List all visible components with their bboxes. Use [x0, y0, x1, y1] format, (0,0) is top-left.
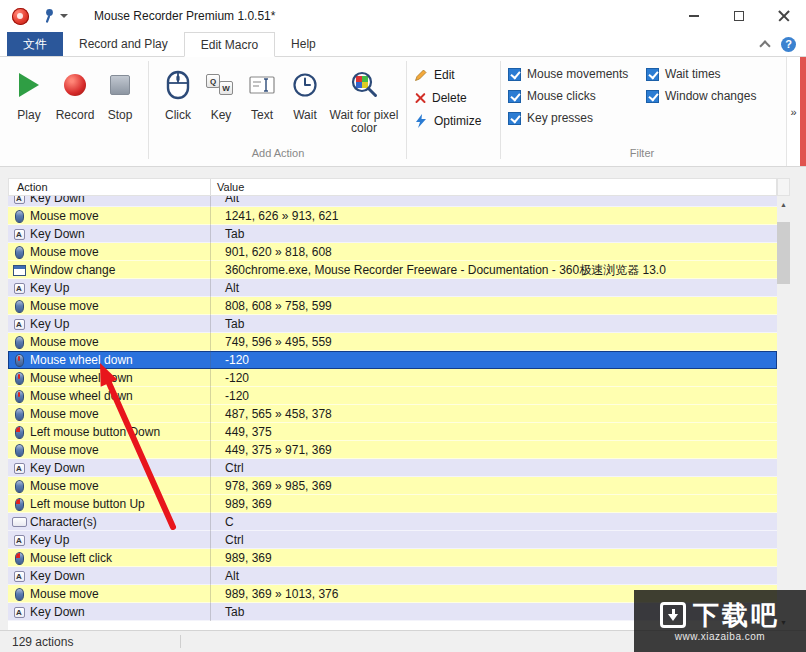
filter-wait-times[interactable]: Wait times — [646, 63, 756, 85]
table-row[interactable]: AKey DownAlt — [8, 567, 777, 585]
table-row[interactable]: Mouse wheel down-120 — [8, 387, 777, 405]
app-icon — [12, 8, 29, 25]
table-row[interactable]: Character(s)C — [8, 513, 777, 531]
action-cell: Mouse left click — [30, 551, 210, 565]
mouse-button-icon — [15, 498, 24, 511]
watermark-brand: 下载吧 — [693, 601, 780, 629]
table-row[interactable]: Mouse wheel down-120 — [8, 369, 777, 387]
action-cell: Mouse move — [30, 245, 210, 259]
actions-count: 129 actions — [12, 635, 73, 649]
table-row[interactable]: AKey UpCtrl — [8, 531, 777, 549]
filter-mouse-movements[interactable]: Mouse movements — [508, 63, 628, 85]
table-row[interactable]: Mouse move449, 375 » 971, 369 — [8, 441, 777, 459]
keyboard-key-icon: A — [14, 571, 25, 582]
ribbon-edge-accent — [800, 57, 806, 166]
action-cell: Key Down — [30, 227, 210, 241]
ribbon: Play Record Stop Click — [0, 57, 806, 167]
table-row[interactable]: AKey DownTab — [8, 225, 777, 243]
action-cell: Key Up — [30, 533, 210, 547]
group-label-filter: Filter — [504, 147, 780, 163]
column-header-action[interactable]: Action — [9, 181, 210, 193]
value-cell: C — [210, 513, 777, 531]
macro-rows: AKey DownAltMouse move1241, 626 » 913, 6… — [8, 196, 777, 621]
table-row[interactable]: Window change360chrome.exe, Mouse Record… — [8, 261, 777, 279]
table-row[interactable]: Left mouse button Up989, 369 — [8, 495, 777, 513]
filter-label: Mouse movements — [527, 67, 628, 81]
value-cell: Tab — [210, 225, 777, 243]
text-label: Text — [251, 109, 273, 122]
value-cell: 1241, 626 » 913, 621 — [210, 207, 777, 225]
edit-button[interactable]: Edit — [414, 65, 498, 85]
filter-window-changes[interactable]: Window changes — [646, 85, 756, 107]
help-icon[interactable]: ? — [781, 37, 796, 52]
pixel-color-magnifier-icon — [349, 71, 379, 99]
filter-key-presses[interactable]: Key presses — [508, 107, 628, 129]
action-cell: Mouse move — [30, 587, 210, 601]
text-button[interactable]: Text — [242, 61, 282, 145]
value-cell: -120 — [210, 369, 777, 387]
wait-for-pixel-color-button[interactable]: Wait for pixel color — [328, 61, 400, 145]
maximize-button[interactable] — [716, 0, 761, 32]
vertical-scrollbar[interactable]: ▲ ▼ — [777, 196, 790, 630]
keyboard-icon — [12, 517, 27, 527]
collapse-ribbon-icon[interactable] — [759, 40, 770, 51]
checkbox-checked-icon[interactable] — [508, 112, 521, 125]
click-label: Click — [165, 109, 191, 122]
table-row[interactable]: AKey UpAlt — [8, 279, 777, 297]
table-row[interactable]: Mouse move808, 608 » 758, 599 — [8, 297, 777, 315]
wait-button[interactable]: Wait — [284, 61, 326, 145]
table-row[interactable]: AKey DownCtrl — [8, 459, 777, 477]
stop-button[interactable]: Stop — [99, 61, 141, 145]
edit-label: Edit — [434, 68, 455, 82]
pin-icon[interactable] — [41, 8, 55, 24]
wait-label: Wait — [293, 109, 317, 122]
scroll-up-icon[interactable]: ▲ — [777, 196, 790, 212]
app-window: Mouse Recorder Premium 1.0.51* 文件 Record… — [0, 0, 806, 652]
action-cell: Mouse wheel down — [30, 371, 210, 385]
optimize-button[interactable]: Optimize — [414, 111, 498, 131]
value-cell: Alt — [210, 279, 777, 297]
column-header-value[interactable]: Value — [210, 179, 776, 195]
table-row[interactable]: Mouse move978, 369 » 985, 369 — [8, 477, 777, 495]
value-cell: 449, 375 — [210, 423, 777, 441]
quick-access-dropdown-icon[interactable] — [60, 14, 68, 18]
filter-mouse-clicks[interactable]: Mouse clicks — [508, 85, 628, 107]
close-button[interactable] — [761, 0, 806, 32]
watermark: 下载吧 www.xiazaiba.com — [634, 590, 806, 652]
checkbox-checked-icon[interactable] — [646, 90, 659, 103]
checkbox-checked-icon[interactable] — [508, 90, 521, 103]
mouse-move-icon — [15, 210, 24, 223]
table-row[interactable]: Mouse move1241, 626 » 913, 621 — [8, 207, 777, 225]
tab-file[interactable]: 文件 — [7, 32, 63, 56]
minimize-button[interactable] — [671, 0, 716, 32]
maximize-icon — [734, 11, 744, 21]
ribbon-overflow-button[interactable]: » — [786, 57, 800, 166]
play-button[interactable]: Play — [8, 61, 50, 145]
table-row[interactable]: Mouse left click989, 369 — [8, 549, 777, 567]
mouse-wheel-icon — [15, 372, 24, 385]
key-button[interactable]: Q W Key — [202, 61, 240, 145]
table-header-gap — [777, 178, 790, 196]
delete-button[interactable]: Delete — [414, 88, 498, 108]
keyboard-key-icon: A — [14, 463, 25, 474]
keyboard-key-icon: A — [14, 607, 25, 618]
watermark-logo-icon — [660, 602, 686, 628]
play-icon — [19, 73, 39, 97]
record-button[interactable]: Record — [53, 61, 97, 145]
table-row[interactable]: Mouse wheel down-120 — [8, 351, 777, 369]
table-row[interactable]: Left mouse button Down449, 375 — [8, 423, 777, 441]
scrollbar-thumb[interactable] — [777, 222, 790, 284]
checkbox-checked-icon[interactable] — [646, 68, 659, 81]
filter-label: Mouse clicks — [527, 89, 596, 103]
tab-help[interactable]: Help — [275, 32, 332, 56]
click-button[interactable]: Click — [156, 61, 200, 145]
table-row[interactable]: AKey UpTab — [8, 315, 777, 333]
action-cell: Left mouse button Up — [30, 497, 210, 511]
table-row[interactable]: AKey DownAlt — [8, 196, 777, 207]
tab-record-and-play[interactable]: Record and Play — [63, 32, 184, 56]
table-row[interactable]: Mouse move487, 565 » 458, 378 — [8, 405, 777, 423]
tab-edit-macro[interactable]: Edit Macro — [184, 32, 275, 57]
table-row[interactable]: Mouse move901, 620 » 818, 608 — [8, 243, 777, 261]
table-row[interactable]: Mouse move749, 596 » 495, 559 — [8, 333, 777, 351]
checkbox-checked-icon[interactable] — [508, 68, 521, 81]
